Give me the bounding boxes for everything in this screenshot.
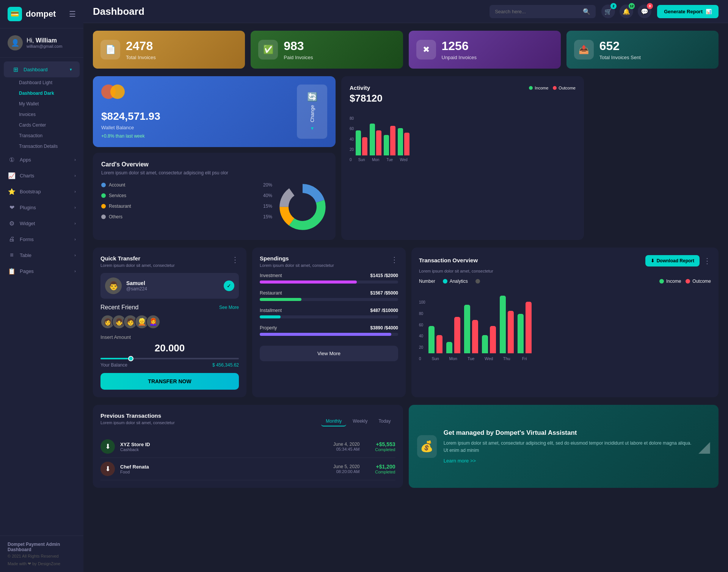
spending-property: Property $3890 /$4000	[260, 325, 398, 336]
sidebar-item-apps[interactable]: ① Apps ›	[0, 152, 83, 168]
user-email: william@gmail.com	[27, 44, 62, 49]
quick-transfer-dots-menu[interactable]: ⋮	[231, 255, 239, 264]
transfer-contact: 👨 Samuel @sam224 ✓	[100, 273, 239, 299]
hamburger-icon[interactable]: ☰	[69, 9, 76, 19]
sub-dashboard-light[interactable]: Dashboard Light	[11, 77, 83, 88]
to-income-label: Income	[666, 279, 681, 284]
pt-header: Previous Transactions Lorem ipsum dolor …	[100, 412, 395, 430]
footer-brand: Dompet Payment Admin Dashboard	[8, 542, 76, 552]
message-icon-wrap[interactable]: 💬 8	[638, 5, 651, 18]
search-input[interactable]	[495, 9, 580, 14]
sidebar-item-plugins[interactable]: ❤ Plugins ›	[0, 199, 83, 215]
view-more-button[interactable]: View More	[260, 346, 398, 361]
transfer-now-button[interactable]: TRANSFER NOW	[100, 373, 239, 390]
stat-label-total: Total Invoices	[126, 55, 156, 60]
big-bar-group-thu	[500, 296, 514, 353]
big-label-wed: Wed	[482, 356, 496, 361]
pt-date-col: June 4, 2020 05:34:45 AM	[333, 442, 359, 451]
slider-thumb	[128, 356, 133, 361]
pt-date-chef: June 5, 2020	[333, 464, 359, 469]
legend-services-label: Services	[109, 193, 260, 198]
stat-info-paid: 983 Paid Invoices	[284, 39, 313, 60]
hi-label: Hi,	[27, 37, 34, 44]
chevron-right-icon5: ›	[74, 221, 76, 226]
chevron-right-icon4: ›	[74, 205, 76, 210]
sidebar-item-dashboard[interactable]: ⊞ Dashboard ▾	[4, 61, 80, 77]
sidebar-item-forms[interactable]: 🖨 Forms ›	[0, 231, 83, 247]
pt-time-chef: 08:20:00 AM	[333, 469, 359, 474]
mc-circle-right	[110, 85, 125, 99]
sub-dashboard-dark[interactable]: Dashboard Dark	[11, 88, 83, 99]
pt-name-chef: Chef Renata	[120, 464, 149, 470]
mid-row: $824,571.93 Wallet Balance +0.8% than la…	[93, 76, 719, 240]
sub-invoices[interactable]: Invoices	[11, 109, 83, 120]
contact-check-icon: ✓	[224, 281, 234, 291]
plugins-icon: ❤	[8, 203, 16, 212]
generate-report-button[interactable]: Generate Report 📊	[657, 5, 719, 18]
message-badge: 8	[647, 3, 653, 9]
pt-tab-monthly[interactable]: Monthly	[321, 417, 346, 426]
bar-labels: Sun Mon Tue Wed	[356, 158, 576, 162]
sub-cards-center[interactable]: Cards Center	[11, 120, 83, 130]
wallet-balance-amount: $824,571.93	[101, 110, 291, 122]
change-text: Change	[309, 105, 315, 122]
pt-type-xyz: Cashback	[120, 447, 150, 452]
pt-title: Previous Transactions	[100, 412, 314, 419]
activity-header: Activity Income Outcome	[350, 85, 576, 91]
spending-installment-fill	[260, 315, 281, 318]
big-yaxis: 020406080100	[419, 300, 425, 361]
sidebar-item-bootstrap[interactable]: ⭐ Bootstrap ›	[0, 183, 83, 199]
spending-restaurant-name: Restaurant	[260, 290, 282, 296]
sidebar-item-pages[interactable]: 📋 Pages ›	[0, 263, 83, 279]
to-outcome-dot	[686, 279, 690, 284]
wallet-change-button[interactable]: 🔄 Change ▾	[297, 85, 327, 139]
to-toggle-btn[interactable]	[475, 279, 480, 284]
slider-fill	[100, 358, 128, 359]
download-report-button[interactable]: ⬇ Download Report	[645, 255, 700, 266]
cart-badge: 2	[610, 3, 617, 9]
bar-group-tue	[384, 126, 395, 155]
outcome-bar-tue	[390, 126, 395, 155]
sidebar-item-widget[interactable]: ⚙ Widget ›	[0, 215, 83, 231]
to-income-dot	[659, 279, 664, 284]
stat-icon-paid: ✅	[258, 40, 278, 60]
sub-transaction-details[interactable]: Transaction Details	[11, 141, 83, 152]
download-icon: ⬇	[651, 258, 654, 263]
to-analytics-toggle[interactable]: Analytics	[443, 279, 468, 284]
to-outcome-label: Outcome	[692, 279, 711, 284]
to-title: Transaction Overview	[419, 257, 478, 263]
svg-point-4	[289, 193, 317, 221]
spending-investment-fill	[260, 281, 357, 284]
pt-icon-xyz: ⬇	[100, 439, 115, 454]
va-learn-link[interactable]: Learn more >>	[444, 458, 692, 464]
sidebar-item-pages-label: Pages	[20, 268, 34, 274]
pt-status-xyz: Completed	[365, 447, 395, 452]
to-dots-menu[interactable]: ⋮	[703, 256, 711, 265]
pt-title-wrap: Previous Transactions Lorem ipsum dolor …	[100, 412, 314, 430]
spending-restaurant-bg	[260, 298, 398, 301]
to-income-legend: Income	[659, 279, 681, 284]
spendings-sub: Lorem ipsum dolor sit amet, consectetur	[260, 263, 334, 268]
spendings-dots-menu[interactable]: ⋮	[391, 255, 398, 264]
amount-slider[interactable]	[100, 358, 239, 359]
stat-info-sent: 652 Total Invoices Sent	[599, 39, 641, 60]
legend-restaurant-label: Restaurant	[109, 204, 260, 209]
pt-tab-weekly[interactable]: Weekly	[348, 417, 372, 426]
bar-chart-wrap: 020406080	[350, 110, 576, 162]
pt-tab-today[interactable]: Today	[374, 417, 395, 426]
sidebar-item-charts[interactable]: 📈 Charts ›	[0, 168, 83, 183]
balance-row: Your Balance $ 456,345.62	[100, 362, 239, 368]
cart-icon-wrap[interactable]: 🛒 2	[601, 5, 615, 18]
spending-property-header: Property $3890 /$4000	[260, 325, 398, 331]
see-more-link[interactable]: See More	[219, 305, 239, 310]
chevron-down-icon: ▾	[311, 125, 314, 131]
sub-my-wallet[interactable]: My Wallet	[11, 99, 83, 109]
pt-tabs: Monthly Weekly Today	[321, 417, 395, 426]
spending-property-fill	[260, 333, 391, 336]
sub-transaction[interactable]: Transaction	[11, 130, 83, 141]
big-bar-area: Sun Mon Tue Wed Thu Fri	[428, 290, 711, 361]
sidebar-item-table[interactable]: ≡ Table ›	[0, 247, 83, 263]
bell-icon-wrap[interactable]: 🔔 12	[620, 5, 633, 18]
outcome-bar-sun	[362, 137, 367, 155]
legend-restaurant-pct: 15%	[263, 204, 272, 209]
